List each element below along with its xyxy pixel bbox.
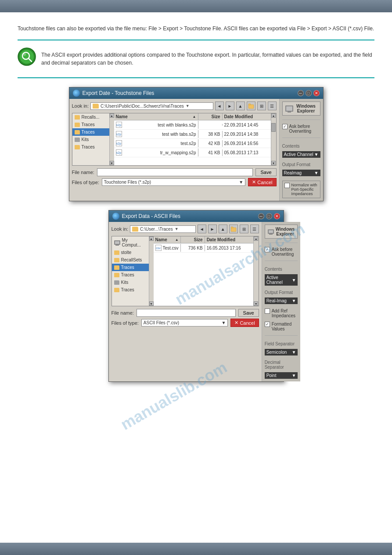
dialog1-filename-input[interactable]: [97, 168, 253, 176]
sort-arrow-name: ▲: [193, 115, 196, 119]
checkbox-ask-1[interactable]: ✓: [282, 124, 288, 129]
sidebar-item-recallsets[interactable]: RecallSets: [112, 256, 149, 264]
dialog1-sidebar-scroll[interactable]: ▲ ▼: [110, 113, 114, 165]
dialog1-contents-arrow: ▼: [314, 152, 319, 157]
dialog2-contents-dropdown[interactable]: Active Channel ▼: [265, 274, 298, 286]
dialog2-maximize-btn[interactable]: □: [266, 213, 272, 219]
dialog2-vscroll[interactable]: ▲ ▼: [253, 236, 259, 306]
dialog1-minimize-btn[interactable]: ─: [298, 90, 304, 96]
dialog2-folder-icon: [132, 227, 138, 232]
col-date-header[interactable]: Date Modified: [223, 113, 271, 120]
dialog2-lookin-path[interactable]: C:\User...\Traces ▼: [130, 225, 196, 233]
dialog1-windows-explorer-btn[interactable]: Windows Explorer: [282, 102, 320, 116]
dialog1-output-format-dropdown[interactable]: ReaImag ▼: [282, 170, 320, 176]
dialog1-maximize-btn[interactable]: □: [306, 90, 312, 96]
dialog1-right-panel: Windows Explorer ✓ Ask before Overwritin…: [279, 99, 323, 201]
dialog2-contents-label: Contents: [265, 267, 298, 272]
dialog2-file-browser: My Comput... stolte RecallSets: [111, 236, 259, 306]
folder-icon-recalls: [75, 115, 80, 120]
scroll-up-1[interactable]: ▲: [110, 113, 114, 118]
checkbox-formatted[interactable]: ✓: [265, 322, 270, 327]
checkbox-normalize-1[interactable]: [284, 183, 290, 188]
checkbox-addref[interactable]: [265, 308, 270, 314]
dialog1-forward-btn[interactable]: ►: [226, 102, 234, 110]
dialog1-cancel-btn[interactable]: ✕ Cancel: [248, 178, 276, 186]
vscroll-up-1[interactable]: ▲: [271, 113, 276, 118]
sidebar-item-kits[interactable]: Kits: [72, 136, 109, 143]
dialog2-output-format-dropdown[interactable]: Real-Imag ▼: [265, 297, 298, 304]
dialog1-save-btn[interactable]: Save: [255, 168, 276, 176]
col-name-header-d2[interactable]: Name ▲: [154, 236, 181, 243]
dialog2-cancel-btn[interactable]: ✕ Cancel: [230, 319, 259, 327]
dialog1-listview-btn[interactable]: ⊞: [257, 102, 266, 110]
dialog2-back-btn[interactable]: ◄: [198, 225, 206, 233]
dialog2-ask-overwrite-checkbox[interactable]: ✓ Ask before Overwriting: [265, 247, 298, 257]
dialog1-up-btn[interactable]: ▲: [236, 102, 245, 110]
vscroll-up-d2[interactable]: ▲: [254, 236, 258, 241]
dialog2-minimize-btn[interactable]: ─: [258, 213, 264, 219]
sidebar-item-traces-d2-2[interactable]: Traces: [112, 271, 149, 279]
dialog2-newfolder-btn[interactable]: [229, 225, 238, 233]
file-row-2[interactable]: s2p test.s2p 42 KB 26.09.2014 16:56: [114, 139, 271, 148]
sidebar-item-stolte[interactable]: stolte: [112, 249, 149, 256]
sidebar-item-traces-1[interactable]: Traces: [72, 121, 109, 128]
dialog1-filetype-select[interactable]: Touchstone Files (*.s2p) ▼: [102, 178, 245, 186]
dialog1-container: Export Date - Touchstone Files ─ □ ✕ Loo…: [18, 87, 374, 201]
sidebar-item-traces-2[interactable]: Traces: [72, 128, 109, 136]
svg-rect-5: [248, 105, 254, 109]
sidebar-item-recalls[interactable]: Recalls...: [72, 113, 109, 121]
scroll-dn-1[interactable]: ▼: [110, 161, 114, 165]
sidebar-item-traces-3[interactable]: Traces: [72, 143, 109, 151]
dialog2-listview-btn[interactable]: ⊞: [240, 225, 248, 233]
dialog2-formatted-label: Formatted Values: [272, 322, 298, 331]
dialog2-forward-btn[interactable]: ►: [208, 225, 217, 233]
dialog2-decimalsep-dropdown[interactable]: Point ▼: [265, 372, 298, 379]
dialog2-filetype-select[interactable]: ASCII Files (*.csv) ▼: [141, 319, 228, 326]
dialog1-newfolder-btn[interactable]: [247, 102, 255, 110]
col-name-header[interactable]: Name ▲: [114, 113, 198, 120]
dialog2-close-btn[interactable]: ✕: [274, 213, 280, 219]
dialog2-up-btn[interactable]: ▲: [219, 225, 227, 233]
col-size-header-d2[interactable]: Size: [181, 236, 205, 243]
dialog2-container: Export Data - ASCII Files ─ □ ✕ Look in:: [18, 210, 374, 382]
dialog2-windows-explorer-btn[interactable]: Windows Explorer: [265, 225, 298, 239]
vscroll-thumb-1[interactable]: [271, 123, 276, 132]
dialog2-save-btn[interactable]: Save: [238, 309, 259, 317]
dialog1-contents-dropdown[interactable]: Active Channel ▼: [282, 151, 320, 158]
svg-rect-7: [231, 228, 236, 232]
dialog1-normalize-section: Normalize with Port-Specific Impedances: [282, 181, 320, 198]
dialog1-filetype-arrow: ▼: [239, 180, 243, 185]
vscroll-dn-d2[interactable]: ▼: [254, 301, 258, 306]
dialog2-fieldsep-dropdown[interactable]: Semicolon ▼: [265, 349, 298, 355]
scroll-up-d2[interactable]: ▲: [149, 236, 154, 241]
dialog2-sidebar-scroll[interactable]: ▲ ▼: [149, 236, 154, 306]
file-row-csv-0[interactable]: csv Test.csv 736 KB 16.05.2013 17:16: [154, 243, 253, 253]
monitor-icon-2: [114, 240, 120, 245]
file-row-1[interactable]: s2p test with tabs.s2p 38 KB 22.09.2014 …: [114, 130, 271, 139]
checkbox-ask-d2[interactable]: ✓: [265, 247, 270, 252]
dialog2-detailview-btn[interactable]: ☰: [250, 225, 259, 233]
dialog2-filetype-row: Files of type: ASCII Files (*.csv) ▼ ✕ C…: [111, 319, 259, 327]
dialog1-lookin-path[interactable]: C:\Users\Public\Doc...Schwerz\Vna\Traces…: [90, 102, 213, 110]
sidebar-item-kits-d2[interactable]: Kits: [112, 279, 149, 286]
dialog1-vscroll[interactable]: ▲ ▼: [271, 113, 276, 165]
file-row-3[interactable]: s2p tr_w_mapping.s2p 41 KB 05.08.2013 17…: [114, 148, 271, 157]
dialog1-close-btn[interactable]: ✕: [313, 90, 320, 96]
dialog2-filename-input[interactable]: [137, 309, 236, 317]
dialog1-detailview-btn[interactable]: ☰: [268, 102, 277, 110]
sidebar-item-mycomputer[interactable]: My Comput...: [112, 236, 149, 249]
scroll-dn-d2[interactable]: ▼: [149, 301, 154, 306]
dialog2-addref-checkbox[interactable]: Add Ref Impedances: [265, 308, 298, 318]
dialog1-ask-overwrite-checkbox[interactable]: ✓ Ask before Overwriting: [282, 124, 320, 134]
file-row-0[interactable]: s2p test with blanks.s2p 22.09.2014 14:4…: [114, 120, 271, 130]
dialog1-normalize-checkbox[interactable]: Normalize with Port-Specific Impedances: [284, 183, 318, 196]
col-size-header[interactable]: Size: [198, 113, 223, 120]
dialog1-left: Look in: C:\Users\Public\Doc...Schwerz\V…: [69, 99, 279, 201]
dialog2-formatted-checkbox[interactable]: ✓ Formatted Values: [265, 322, 298, 331]
sidebar-item-traces-d2-3[interactable]: Traces: [112, 286, 149, 294]
col-date-header-d2[interactable]: Date Modified: [205, 236, 253, 243]
sidebar-item-traces-d2-1[interactable]: Traces: [112, 264, 149, 271]
dialog2-filetype-arrow: ▼: [221, 320, 226, 325]
vscroll-dn-1[interactable]: ▼: [271, 161, 276, 165]
dialog1-back-btn[interactable]: ◄: [215, 102, 224, 110]
